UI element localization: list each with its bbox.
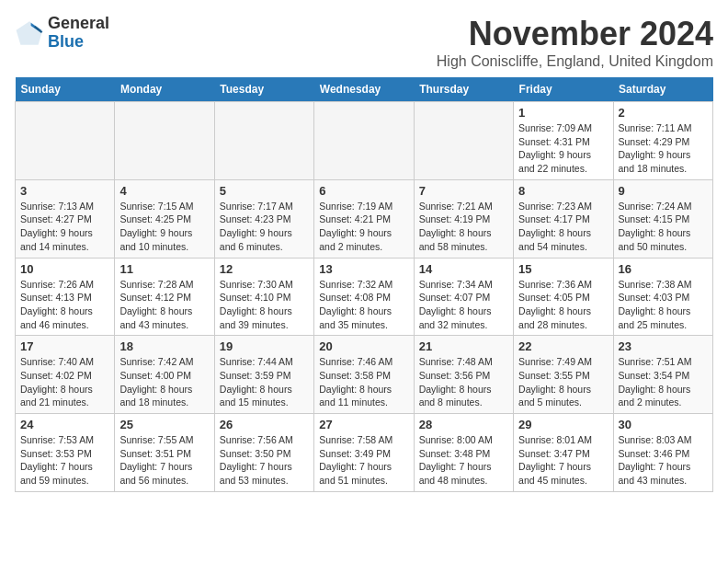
calendar-week-row: 10Sunrise: 7:26 AM Sunset: 4:13 PM Dayli… (16, 258, 713, 336)
calendar-cell (314, 102, 414, 180)
calendar-cell: 18Sunrise: 7:42 AM Sunset: 4:00 PM Dayli… (115, 336, 214, 414)
calendar-cell: 29Sunrise: 8:01 AM Sunset: 3:47 PM Dayli… (514, 414, 613, 492)
calendar-cell: 17Sunrise: 7:40 AM Sunset: 4:02 PM Dayli… (16, 336, 115, 414)
day-number: 8 (518, 184, 608, 198)
day-number: 17 (20, 339, 109, 353)
day-info: Sunrise: 8:01 AM Sunset: 3:47 PM Dayligh… (518, 433, 608, 488)
svg-marker-0 (17, 21, 43, 45)
day-number: 1 (518, 106, 608, 120)
day-info: Sunrise: 8:03 AM Sunset: 3:46 PM Dayligh… (619, 433, 708, 488)
day-info: Sunrise: 7:53 AM Sunset: 3:53 PM Dayligh… (20, 433, 109, 488)
day-number: 26 (220, 418, 309, 431)
day-number: 3 (20, 184, 109, 198)
day-info: Sunrise: 7:46 AM Sunset: 3:58 PM Dayligh… (319, 355, 408, 409)
day-number: 19 (220, 339, 309, 353)
day-info: Sunrise: 7:44 AM Sunset: 3:59 PM Dayligh… (220, 355, 309, 409)
day-info: Sunrise: 7:58 AM Sunset: 3:49 PM Dayligh… (319, 433, 408, 488)
day-info: Sunrise: 7:32 AM Sunset: 4:08 PM Dayligh… (319, 278, 408, 332)
day-number: 29 (518, 418, 608, 431)
day-number: 22 (518, 339, 608, 353)
calendar-cell: 22Sunrise: 7:49 AM Sunset: 3:55 PM Dayli… (514, 336, 613, 414)
day-info: Sunrise: 7:24 AM Sunset: 4:15 PM Dayligh… (619, 200, 708, 254)
day-header: Sunday (16, 77, 115, 102)
day-info: Sunrise: 7:42 AM Sunset: 4:00 PM Dayligh… (119, 355, 209, 409)
calendar-cell: 11Sunrise: 7:28 AM Sunset: 4:12 PM Dayli… (115, 258, 214, 336)
day-header: Friday (514, 77, 613, 102)
day-info: Sunrise: 7:48 AM Sunset: 3:56 PM Dayligh… (419, 355, 508, 409)
day-info: Sunrise: 7:23 AM Sunset: 4:17 PM Dayligh… (518, 200, 608, 254)
calendar-cell: 28Sunrise: 8:00 AM Sunset: 3:48 PM Dayli… (414, 414, 513, 492)
day-info: Sunrise: 7:09 AM Sunset: 4:31 PM Dayligh… (518, 121, 608, 176)
day-header: Saturday (613, 77, 712, 102)
calendar-cell: 5Sunrise: 7:17 AM Sunset: 4:23 PM Daylig… (214, 179, 313, 258)
title-block: November 2024 High Coniscliffe, England,… (437, 15, 713, 70)
day-info: Sunrise: 7:49 AM Sunset: 3:55 PM Dayligh… (518, 355, 608, 409)
page-header: General Blue November 2024 High Coniscli… (15, 15, 713, 70)
day-number: 28 (419, 418, 508, 431)
calendar-cell: 19Sunrise: 7:44 AM Sunset: 3:59 PM Dayli… (214, 336, 313, 414)
calendar-cell (16, 102, 115, 180)
day-number: 5 (220, 184, 309, 198)
calendar-cell: 26Sunrise: 7:56 AM Sunset: 3:50 PM Dayli… (214, 414, 313, 492)
day-info: Sunrise: 7:56 AM Sunset: 3:50 PM Dayligh… (220, 433, 309, 488)
calendar-cell: 2Sunrise: 7:11 AM Sunset: 4:29 PM Daylig… (613, 102, 712, 180)
day-info: Sunrise: 7:13 AM Sunset: 4:27 PM Dayligh… (20, 200, 109, 254)
location: High Coniscliffe, England, United Kingdo… (437, 53, 713, 70)
calendar-cell: 13Sunrise: 7:32 AM Sunset: 4:08 PM Dayli… (314, 258, 414, 336)
calendar-cell: 4Sunrise: 7:15 AM Sunset: 4:25 PM Daylig… (115, 179, 214, 258)
calendar-cell: 3Sunrise: 7:13 AM Sunset: 4:27 PM Daylig… (16, 179, 115, 258)
day-info: Sunrise: 7:17 AM Sunset: 4:23 PM Dayligh… (220, 200, 309, 254)
day-info: Sunrise: 7:40 AM Sunset: 4:02 PM Dayligh… (20, 355, 109, 409)
calendar-cell: 1Sunrise: 7:09 AM Sunset: 4:31 PM Daylig… (514, 102, 613, 180)
day-number: 11 (119, 262, 209, 276)
day-info: Sunrise: 7:21 AM Sunset: 4:19 PM Dayligh… (419, 200, 508, 254)
calendar-week-row: 3Sunrise: 7:13 AM Sunset: 4:27 PM Daylig… (16, 179, 713, 258)
calendar-cell: 21Sunrise: 7:48 AM Sunset: 3:56 PM Dayli… (414, 336, 513, 414)
calendar-body: 1Sunrise: 7:09 AM Sunset: 4:31 PM Daylig… (16, 102, 713, 492)
calendar-cell: 30Sunrise: 8:03 AM Sunset: 3:46 PM Dayli… (613, 414, 712, 492)
calendar-cell: 23Sunrise: 7:51 AM Sunset: 3:54 PM Dayli… (613, 336, 712, 414)
day-number: 14 (419, 262, 508, 276)
calendar-cell: 27Sunrise: 7:58 AM Sunset: 3:49 PM Dayli… (314, 414, 414, 492)
calendar-cell: 24Sunrise: 7:53 AM Sunset: 3:53 PM Dayli… (16, 414, 115, 492)
day-info: Sunrise: 7:30 AM Sunset: 4:10 PM Dayligh… (220, 278, 309, 332)
day-header: Tuesday (214, 77, 313, 102)
day-number: 12 (220, 262, 309, 276)
day-number: 10 (20, 262, 109, 276)
calendar-week-row: 1Sunrise: 7:09 AM Sunset: 4:31 PM Daylig… (16, 102, 713, 180)
calendar-cell (115, 102, 214, 180)
day-header: Wednesday (314, 77, 414, 102)
day-number: 18 (119, 339, 209, 353)
day-info: Sunrise: 7:11 AM Sunset: 4:29 PM Dayligh… (619, 121, 708, 176)
logo: General Blue (15, 15, 109, 52)
day-header: Thursday (414, 77, 513, 102)
day-number: 16 (619, 262, 708, 276)
day-info: Sunrise: 7:15 AM Sunset: 4:25 PM Dayligh… (119, 200, 209, 254)
calendar-cell (414, 102, 513, 180)
calendar-cell: 15Sunrise: 7:36 AM Sunset: 4:05 PM Dayli… (514, 258, 613, 336)
day-info: Sunrise: 7:28 AM Sunset: 4:12 PM Dayligh… (119, 278, 209, 332)
day-info: Sunrise: 7:36 AM Sunset: 4:05 PM Dayligh… (518, 278, 608, 332)
calendar-cell: 10Sunrise: 7:26 AM Sunset: 4:13 PM Dayli… (16, 258, 115, 336)
day-number: 4 (119, 184, 209, 198)
logo-icon (15, 18, 44, 48)
day-header: Monday (115, 77, 214, 102)
logo-text: General Blue (48, 15, 109, 52)
day-number: 27 (319, 418, 408, 431)
day-info: Sunrise: 7:51 AM Sunset: 3:54 PM Dayligh… (619, 355, 708, 409)
day-number: 24 (20, 418, 109, 431)
day-number: 2 (619, 106, 708, 120)
day-number: 30 (619, 418, 708, 431)
day-info: Sunrise: 8:00 AM Sunset: 3:48 PM Dayligh… (419, 433, 508, 488)
calendar-cell: 14Sunrise: 7:34 AM Sunset: 4:07 PM Dayli… (414, 258, 513, 336)
day-info: Sunrise: 7:38 AM Sunset: 4:03 PM Dayligh… (619, 278, 708, 332)
day-number: 25 (119, 418, 209, 431)
calendar-cell: 25Sunrise: 7:55 AM Sunset: 3:51 PM Dayli… (115, 414, 214, 492)
month-title: November 2024 (437, 15, 713, 53)
calendar-cell: 7Sunrise: 7:21 AM Sunset: 4:19 PM Daylig… (414, 179, 513, 258)
day-number: 9 (619, 184, 708, 198)
day-info: Sunrise: 7:34 AM Sunset: 4:07 PM Dayligh… (419, 278, 508, 332)
day-number: 23 (619, 339, 708, 353)
calendar-cell: 20Sunrise: 7:46 AM Sunset: 3:58 PM Dayli… (314, 336, 414, 414)
day-number: 7 (419, 184, 508, 198)
